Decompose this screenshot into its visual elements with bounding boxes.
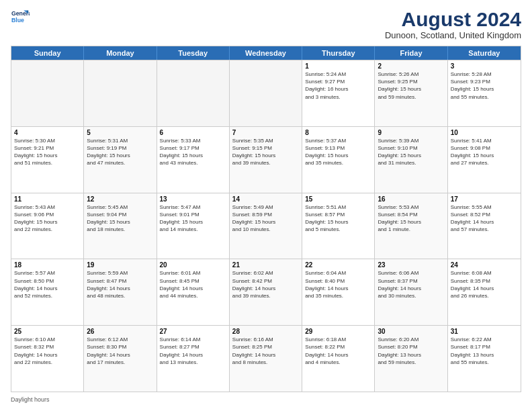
table-row: 10Sunrise: 5:41 AM Sunset: 9:08 PM Dayli…: [448, 127, 521, 193]
table-row: [157, 60, 230, 126]
day-info: Sunrise: 5:57 AM Sunset: 8:50 PM Dayligh…: [14, 269, 81, 300]
day-number: 9: [378, 129, 444, 136]
table-row: 4Sunrise: 5:30 AM Sunset: 9:21 PM Daylig…: [11, 127, 84, 193]
table-row: 13Sunrise: 5:47 AM Sunset: 9:01 PM Dayli…: [157, 193, 230, 259]
day-info: Sunrise: 6:16 AM Sunset: 8:25 PM Dayligh…: [232, 336, 299, 366]
table-row: 14Sunrise: 5:49 AM Sunset: 8:59 PM Dayli…: [230, 193, 302, 259]
day-info: Sunrise: 6:10 AM Sunset: 8:32 PM Dayligh…: [14, 336, 81, 366]
table-row: 5Sunrise: 5:31 AM Sunset: 9:19 PM Daylig…: [84, 127, 157, 193]
day-info: Sunrise: 5:28 AM Sunset: 9:23 PM Dayligh…: [451, 71, 518, 101]
table-row: 29Sunrise: 6:18 AM Sunset: 8:22 PM Dayli…: [302, 326, 375, 392]
day-info: Sunrise: 5:49 AM Sunset: 8:59 PM Dayligh…: [232, 203, 299, 234]
day-number: 26: [87, 328, 153, 335]
day-info: Sunrise: 5:43 AM Sunset: 9:06 PM Dayligh…: [14, 203, 81, 234]
calendar-week-4: 18Sunrise: 5:57 AM Sunset: 8:50 PM Dayli…: [11, 259, 521, 325]
day-info: Sunrise: 5:24 AM Sunset: 9:27 PM Dayligh…: [305, 71, 371, 101]
logo-icon: General Blue: [11, 8, 30, 27]
day-info: Sunrise: 6:08 AM Sunset: 8:35 PM Dayligh…: [451, 269, 518, 300]
table-row: 24Sunrise: 6:08 AM Sunset: 8:35 PM Dayli…: [448, 259, 521, 325]
table-row: 25Sunrise: 6:10 AM Sunset: 8:32 PM Dayli…: [11, 326, 84, 392]
day-number: 10: [451, 129, 518, 136]
table-row: 15Sunrise: 5:51 AM Sunset: 8:57 PM Dayli…: [302, 193, 375, 259]
day-number: 25: [14, 328, 81, 335]
logo: General Blue: [11, 8, 30, 27]
day-number: 28: [232, 328, 299, 335]
table-row: [230, 60, 302, 126]
table-row: 19Sunrise: 5:59 AM Sunset: 8:47 PM Dayli…: [84, 259, 157, 325]
footer-daylight-label: Daylight hours: [11, 396, 50, 403]
table-row: 17Sunrise: 5:55 AM Sunset: 8:52 PM Dayli…: [448, 193, 521, 259]
day-number: 23: [378, 261, 444, 269]
day-info: Sunrise: 5:59 AM Sunset: 8:47 PM Dayligh…: [87, 269, 153, 300]
footer: Daylight hours: [11, 396, 521, 403]
day-number: 13: [160, 195, 226, 203]
calendar-week-3: 11Sunrise: 5:43 AM Sunset: 9:06 PM Dayli…: [11, 193, 521, 259]
day-number: 24: [451, 261, 518, 269]
table-row: 31Sunrise: 6:22 AM Sunset: 8:17 PM Dayli…: [448, 326, 521, 392]
day-info: Sunrise: 6:12 AM Sunset: 8:30 PM Dayligh…: [87, 336, 153, 366]
table-row: 27Sunrise: 6:14 AM Sunset: 8:27 PM Dayli…: [157, 326, 230, 392]
table-row: 7Sunrise: 5:35 AM Sunset: 9:15 PM Daylig…: [230, 127, 302, 193]
table-row: 6Sunrise: 5:33 AM Sunset: 9:17 PM Daylig…: [157, 127, 230, 193]
day-info: Sunrise: 5:53 AM Sunset: 8:54 PM Dayligh…: [378, 203, 444, 234]
day-info: Sunrise: 5:35 AM Sunset: 9:15 PM Dayligh…: [232, 137, 299, 167]
day-info: Sunrise: 5:37 AM Sunset: 9:13 PM Dayligh…: [305, 137, 371, 167]
table-row: 18Sunrise: 5:57 AM Sunset: 8:50 PM Dayli…: [11, 259, 84, 325]
day-info: Sunrise: 5:41 AM Sunset: 9:08 PM Dayligh…: [451, 137, 518, 167]
table-row: 11Sunrise: 5:43 AM Sunset: 9:06 PM Dayli…: [11, 193, 84, 259]
header-wednesday: Wednesday: [230, 46, 302, 60]
table-row: 21Sunrise: 6:02 AM Sunset: 8:42 PM Dayli…: [230, 259, 302, 325]
table-row: 1Sunrise: 5:24 AM Sunset: 9:27 PM Daylig…: [302, 60, 375, 126]
day-info: Sunrise: 6:06 AM Sunset: 8:37 PM Dayligh…: [378, 269, 444, 300]
day-number: 15: [305, 195, 371, 203]
day-info: Sunrise: 6:14 AM Sunset: 8:27 PM Dayligh…: [160, 336, 226, 366]
calendar-week-5: 25Sunrise: 6:10 AM Sunset: 8:32 PM Dayli…: [11, 325, 521, 392]
day-number: 22: [305, 261, 371, 269]
table-row: 9Sunrise: 5:39 AM Sunset: 9:10 PM Daylig…: [375, 127, 447, 193]
day-number: 16: [378, 195, 444, 203]
table-row: 16Sunrise: 5:53 AM Sunset: 8:54 PM Dayli…: [375, 193, 447, 259]
title-block: August 2024 Dunoon, Scotland, United Kin…: [385, 8, 521, 40]
table-row: 28Sunrise: 6:16 AM Sunset: 8:25 PM Dayli…: [230, 326, 302, 392]
page: General Blue August 2024 Dunoon, Scotlan…: [0, 0, 532, 411]
table-row: 12Sunrise: 5:45 AM Sunset: 9:04 PM Dayli…: [84, 193, 157, 259]
day-info: Sunrise: 6:22 AM Sunset: 8:17 PM Dayligh…: [451, 336, 518, 366]
table-row: 30Sunrise: 6:20 AM Sunset: 8:20 PM Dayli…: [375, 326, 447, 392]
day-info: Sunrise: 5:33 AM Sunset: 9:17 PM Dayligh…: [160, 137, 226, 167]
day-number: 30: [378, 328, 444, 335]
day-number: 17: [451, 195, 518, 203]
header-thursday: Thursday: [302, 46, 375, 60]
header-friday: Friday: [375, 46, 447, 60]
month-year-title: August 2024: [385, 8, 521, 30]
day-number: 7: [232, 129, 299, 136]
day-info: Sunrise: 6:04 AM Sunset: 8:40 PM Dayligh…: [305, 269, 371, 300]
day-number: 31: [451, 328, 518, 335]
table-row: [84, 60, 157, 126]
header-sunday: Sunday: [11, 46, 84, 60]
day-number: 29: [305, 328, 371, 335]
day-number: 5: [87, 129, 153, 136]
header-saturday: Saturday: [448, 46, 521, 60]
calendar-body: 1Sunrise: 5:24 AM Sunset: 9:27 PM Daylig…: [11, 60, 521, 392]
calendar-week-2: 4Sunrise: 5:30 AM Sunset: 9:21 PM Daylig…: [11, 126, 521, 193]
calendar-week-1: 1Sunrise: 5:24 AM Sunset: 9:27 PM Daylig…: [11, 60, 521, 126]
day-number: 12: [87, 195, 153, 203]
day-number: 20: [160, 261, 226, 269]
day-number: 6: [160, 129, 226, 136]
table-row: 23Sunrise: 6:06 AM Sunset: 8:37 PM Dayli…: [375, 259, 447, 325]
day-info: Sunrise: 5:51 AM Sunset: 8:57 PM Dayligh…: [305, 203, 371, 234]
day-number: 21: [232, 261, 299, 269]
day-info: Sunrise: 6:01 AM Sunset: 8:45 PM Dayligh…: [160, 269, 226, 300]
day-number: 8: [305, 129, 371, 136]
calendar-header: Sunday Monday Tuesday Wednesday Thursday…: [11, 46, 521, 60]
day-info: Sunrise: 5:31 AM Sunset: 9:19 PM Dayligh…: [87, 137, 153, 167]
header-tuesday: Tuesday: [157, 46, 230, 60]
day-info: Sunrise: 5:47 AM Sunset: 9:01 PM Dayligh…: [160, 203, 226, 234]
day-number: 14: [232, 195, 299, 203]
table-row: [11, 60, 84, 126]
day-info: Sunrise: 5:30 AM Sunset: 9:21 PM Dayligh…: [14, 137, 81, 167]
day-number: 3: [451, 62, 518, 70]
day-info: Sunrise: 5:55 AM Sunset: 8:52 PM Dayligh…: [451, 203, 518, 234]
header: General Blue August 2024 Dunoon, Scotlan…: [11, 8, 521, 40]
location-subtitle: Dunoon, Scotland, United Kingdom: [385, 30, 521, 40]
